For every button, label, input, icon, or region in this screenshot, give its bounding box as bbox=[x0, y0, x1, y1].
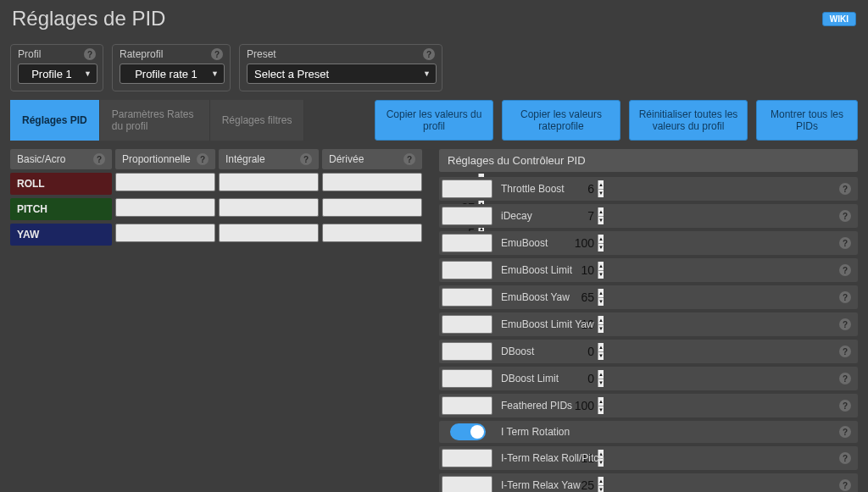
help-icon: ? bbox=[839, 426, 851, 438]
axis-label: YAW bbox=[10, 224, 112, 246]
page-title: Réglages de PID bbox=[12, 7, 165, 30]
axis-label: ROLL bbox=[10, 173, 112, 195]
help-icon: ? bbox=[839, 318, 851, 330]
help-icon: ? bbox=[839, 291, 851, 303]
preset-label: Preset bbox=[247, 48, 276, 60]
copy-profile-button[interactable]: Copier les valeurs du profil bbox=[375, 100, 493, 141]
help-icon: ? bbox=[839, 373, 851, 384]
ctrl-label: Throttle Boost bbox=[501, 183, 831, 195]
wiki-button[interactable]: WIKI bbox=[822, 12, 856, 26]
rateprofile-select[interactable]: Profile rate 1 bbox=[120, 64, 225, 84]
axis-label: PITCH bbox=[10, 198, 112, 220]
help-icon: ? bbox=[211, 48, 223, 60]
help-icon: ? bbox=[300, 153, 312, 165]
tab-filters[interactable]: Réglages filtres bbox=[210, 100, 305, 141]
help-icon: ? bbox=[839, 210, 851, 222]
reset-profile-button[interactable]: Réinitialiser toutes les valeurs du prof… bbox=[629, 100, 748, 141]
tab-pid[interactable]: Réglages PID bbox=[10, 100, 100, 141]
ctrl-label: EmuBoost Limit bbox=[501, 264, 831, 276]
ctrl-label: I-Term Relax Roll/Pitch bbox=[501, 452, 831, 464]
tab-rates[interactable]: Paramètres Rates du profil bbox=[100, 100, 210, 141]
rateprofile-label: Rateprofil bbox=[120, 48, 163, 60]
copy-rateprofile-button[interactable]: Copier les valeurs rateprofile bbox=[502, 100, 620, 141]
pid-header-basic: Basic/Acro bbox=[17, 153, 65, 165]
ctrl-label: I-Term Relax Yaw bbox=[501, 479, 831, 491]
help-icon: ? bbox=[197, 153, 209, 165]
ctrl-label: DBoost Limit bbox=[501, 373, 831, 384]
ctrl-label: EmuBoost Yaw bbox=[501, 291, 831, 303]
help-icon: ? bbox=[839, 479, 851, 491]
controller-heading: Réglages du Contrôleur PID bbox=[439, 149, 858, 172]
ctrl-label: I Term Rotation bbox=[501, 426, 831, 438]
ctrl-label: iDecay bbox=[501, 210, 831, 222]
profile-select[interactable]: Profile 1 bbox=[18, 64, 97, 84]
help-icon: ? bbox=[423, 48, 435, 60]
pid-header-d: Dérivée bbox=[329, 153, 364, 165]
help-icon: ? bbox=[839, 237, 851, 249]
toggle-i-term-rotation[interactable] bbox=[450, 423, 486, 440]
help-icon: ? bbox=[93, 153, 105, 165]
show-all-pids-button[interactable]: Montrer tous les PIDs bbox=[756, 100, 858, 141]
help-icon: ? bbox=[403, 153, 415, 165]
help-icon: ? bbox=[839, 400, 851, 412]
help-icon: ? bbox=[839, 452, 851, 464]
pid-header-i: Intégrale bbox=[225, 153, 265, 165]
ctrl-label: DBoost bbox=[501, 346, 831, 357]
help-icon: ? bbox=[84, 48, 96, 60]
pid-header-p: Proportionnelle bbox=[122, 153, 191, 165]
ctrl-label: Feathered PIDs bbox=[501, 400, 831, 412]
preset-select[interactable]: Select a Preset bbox=[247, 64, 437, 84]
ctrl-label: EmuBoost Limit Yaw bbox=[501, 318, 831, 330]
help-icon: ? bbox=[839, 183, 851, 195]
profile-label: Profil bbox=[18, 48, 41, 60]
help-icon: ? bbox=[839, 264, 851, 276]
help-icon: ? bbox=[839, 346, 851, 357]
ctrl-label: EmuBoost bbox=[501, 237, 831, 249]
